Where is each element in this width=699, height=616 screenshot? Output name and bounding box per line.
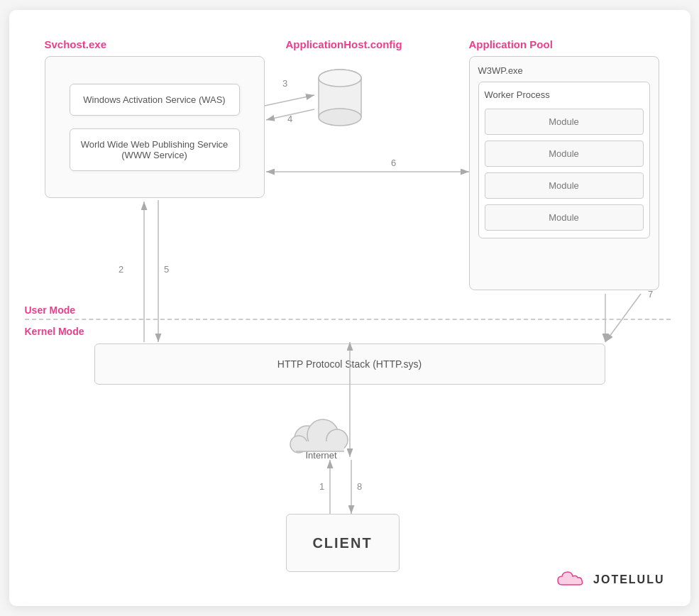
kernel-mode-label: Kernel Mode — [25, 326, 84, 337]
client-box: CLIENT — [286, 514, 400, 572]
svg-text:7: 7 — [648, 289, 653, 299]
www-service-box: World Wide Web Publishing Service (WWW S… — [70, 128, 240, 171]
apppool-label: Application Pool — [469, 38, 553, 50]
module-box-1: Module — [485, 109, 644, 135]
svg-point-5 — [319, 70, 361, 87]
svg-line-24 — [605, 294, 641, 342]
internet-label: Internet — [305, 450, 336, 461]
svg-text:3: 3 — [282, 78, 287, 89]
svg-text:2: 2 — [119, 264, 123, 275]
svg-text:4: 4 — [287, 114, 292, 124]
jotelulu-logo: JOTELULU — [556, 569, 664, 590]
worker-process-title: Worker Process — [485, 89, 644, 100]
module-box-3: Module — [485, 172, 644, 199]
svg-line-16 — [266, 109, 314, 120]
svchost-box: Windows Activation Service (WAS) World W… — [45, 56, 265, 198]
svg-point-4 — [319, 109, 361, 126]
apppool-box: W3WP.exe Worker Process Module Module Mo… — [469, 56, 659, 290]
svg-line-14 — [265, 95, 314, 106]
database-icon — [314, 67, 365, 133]
was-service-box: Windows Activation Service (WAS) — [70, 84, 240, 116]
module-box-4: Module — [485, 204, 644, 231]
apphost-label: ApplicationHost.config — [286, 38, 402, 50]
svg-text:8: 8 — [357, 481, 362, 492]
svchost-label: Svchost.exe — [45, 38, 107, 50]
svg-text:6: 6 — [391, 158, 396, 168]
svg-text:1: 1 — [319, 481, 324, 492]
worker-process-box: Worker Process Module Module Module Modu… — [478, 82, 650, 238]
mode-separator — [25, 319, 671, 320]
jotelulu-icon — [556, 569, 588, 590]
user-mode-label: User Mode — [25, 304, 76, 316]
http-stack-box: HTTP Protocol Stack (HTTP.sys) — [94, 343, 605, 385]
module-box-2: Module — [485, 141, 644, 167]
w3wp-label: W3WP.exe — [478, 65, 650, 76]
internet-area: Internet — [286, 410, 357, 461]
svg-text:5: 5 — [164, 264, 169, 275]
jotelulu-brand-text: JOTELULU — [593, 573, 664, 586]
main-container: Svchost.exe Windows Activation Service (… — [9, 10, 690, 606]
